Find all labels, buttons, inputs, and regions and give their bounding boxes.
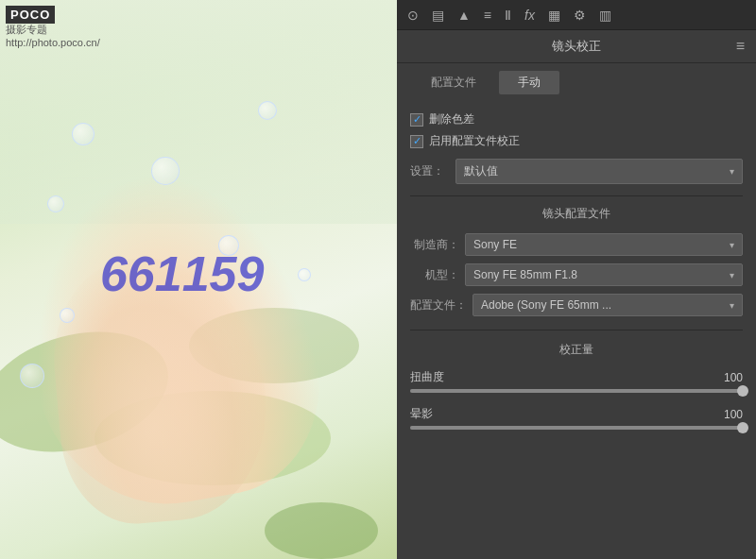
checkbox-row-2: ✓ 启用配置文件校正 — [410, 133, 743, 149]
settings-value: 默认值 — [464, 163, 498, 179]
tool-icon-2[interactable]: ▤ — [429, 6, 447, 25]
vignette-label: 晕影 — [410, 406, 433, 422]
panel-title: 镜头校正 — [552, 38, 601, 55]
watermark-number: 661159 — [100, 246, 265, 302]
manufacturer-arrow: ▾ — [730, 240, 734, 250]
manufacturer-label: 制造商： — [410, 237, 459, 253]
vignette-value: 100 — [714, 408, 743, 421]
distortion-fill — [410, 389, 743, 393]
model-arrow: ▾ — [730, 270, 734, 280]
model-label: 机型： — [410, 267, 459, 283]
section-divider-1 — [410, 195, 743, 196]
toolbar: ⊙ ▤ ▲ ≡ Ⅱ fx ▦ ⚙ ▥ — [397, 0, 756, 30]
distortion-header: 扭曲度 100 — [410, 369, 743, 385]
distortion-label: 扭曲度 — [410, 369, 444, 385]
distortion-value: 100 — [714, 371, 743, 384]
model-row: 机型： Sony FE 85mm F1.8 ▾ — [410, 263, 743, 286]
checkbox-row-1: ✓ 删除色差 — [410, 111, 743, 127]
model-value: Sony FE 85mm F1.8 — [473, 268, 577, 281]
checkbox-remove-ca[interactable]: ✓ — [410, 113, 423, 127]
settings-dropdown[interactable]: 默认值 ▾ — [455, 159, 743, 184]
slider-section: 校正量 扭曲度 100 晕影 100 — [410, 330, 743, 430]
manufacturer-dropdown[interactable]: Sony FE ▾ — [465, 233, 743, 256]
tool-icon-fx[interactable]: fx — [522, 6, 538, 25]
settings-row: 设置： 默认值 ▾ — [410, 159, 743, 184]
lens-profile-title: 镜头配置文件 — [410, 206, 743, 222]
profile-row: 配置文件： Adobe (Sony FE 65mm ... ▾ — [410, 294, 743, 316]
checkbox-enable-profile[interactable]: ✓ — [410, 135, 423, 148]
bubble-5 — [60, 308, 75, 323]
poco-logo: POCO 摄影专题 http://photo.poco.cn/ — [6, 6, 100, 48]
vignette-fill — [410, 426, 743, 430]
panel-content: ✓ 删除色差 ✓ 启用配置文件校正 设置： 默认值 ▾ 镜头配置文件 制造商： … — [397, 102, 756, 559]
photo-url: http://photo.poco.cn/ — [6, 37, 100, 48]
profile-arrow: ▾ — [730, 300, 734, 311]
tool-icon-5[interactable]: Ⅱ — [502, 6, 514, 25]
photo-panel: POCO 摄影专题 http://photo.poco.cn/ 661159 — [0, 0, 397, 559]
bubble-8 — [20, 364, 44, 388]
profile-label: 配置文件： — [410, 297, 467, 313]
right-panel: ⊙ ▤ ▲ ≡ Ⅱ fx ▦ ⚙ ▥ 镜头校正 ≡ 配置文件 手动 ✓ 删除色差… — [397, 0, 756, 559]
manufacturer-value: Sony FE — [473, 238, 517, 251]
distortion-track[interactable] — [410, 389, 743, 393]
profile-value: Adobe (Sony FE 65mm ... — [481, 298, 611, 312]
checkbox-label-2: 启用配置文件校正 — [429, 133, 520, 149]
bubble-6 — [258, 101, 277, 120]
checkbox-check-2: ✓ — [413, 136, 421, 146]
tabs-row: 配置文件 手动 — [397, 63, 756, 102]
vignette-slider-row: 晕影 100 — [410, 406, 743, 430]
checkbox-check-1: ✓ — [413, 114, 421, 125]
settings-label: 设置： — [410, 163, 448, 179]
tool-icon-8[interactable]: ▥ — [596, 6, 614, 25]
poco-text: POCO — [6, 6, 55, 24]
bubble-1 — [72, 123, 94, 145]
distortion-thumb[interactable] — [737, 385, 748, 397]
tab-manual[interactable]: 手动 — [499, 71, 559, 94]
model-dropdown[interactable]: Sony FE 85mm F1.8 ▾ — [465, 263, 743, 286]
panel-header: 镜头校正 ≡ — [397, 30, 756, 63]
panel-menu-icon[interactable]: ≡ — [736, 38, 745, 55]
tool-icon-3[interactable]: ▲ — [455, 6, 473, 25]
correction-title: 校正量 — [410, 330, 743, 358]
tool-icon-1[interactable]: ⊙ — [404, 6, 421, 25]
tool-icon-7[interactable]: ⚙ — [571, 6, 589, 25]
vignette-thumb[interactable] — [737, 422, 748, 433]
tool-icon-4[interactable]: ≡ — [481, 6, 494, 25]
profile-dropdown[interactable]: Adobe (Sony FE 65mm ... ▾ — [472, 294, 743, 316]
manufacturer-row: 制造商： Sony FE ▾ — [410, 233, 743, 256]
tab-profile[interactable]: 配置文件 — [412, 71, 495, 94]
photo-subtitle: 摄影专题 — [6, 23, 100, 37]
tool-icon-6[interactable]: ▦ — [545, 6, 563, 25]
vignette-track[interactable] — [410, 426, 743, 430]
bubble-3 — [151, 157, 180, 185]
vignette-header: 晕影 100 — [410, 406, 743, 422]
distortion-slider-row: 扭曲度 100 — [410, 369, 743, 393]
checkbox-label-1: 删除色差 — [429, 111, 474, 127]
bubble-7 — [298, 268, 311, 281]
settings-dropdown-arrow: ▾ — [730, 166, 734, 177]
